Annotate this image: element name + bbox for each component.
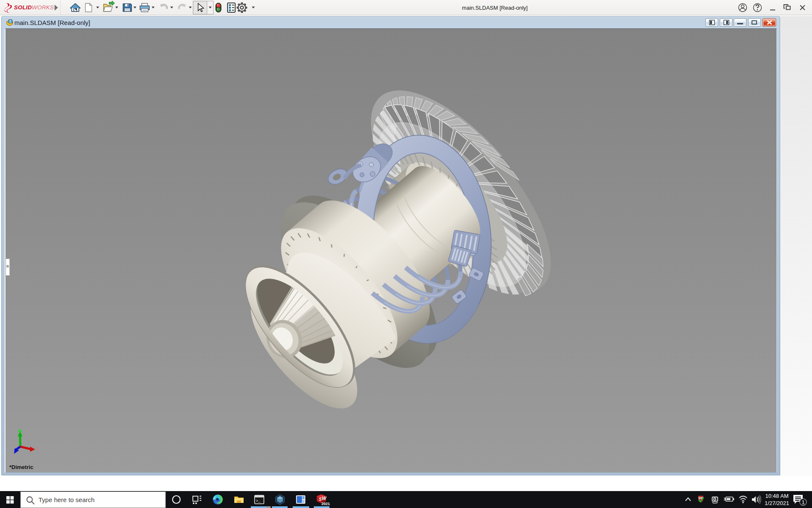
svg-text:>_: >_ xyxy=(256,499,261,503)
svg-text:x: x xyxy=(36,445,38,450)
svg-text:1: 1 xyxy=(801,499,804,505)
svg-text:S: S xyxy=(319,497,322,502)
svg-text:W: W xyxy=(322,496,327,501)
svg-text:2021: 2021 xyxy=(321,502,330,506)
